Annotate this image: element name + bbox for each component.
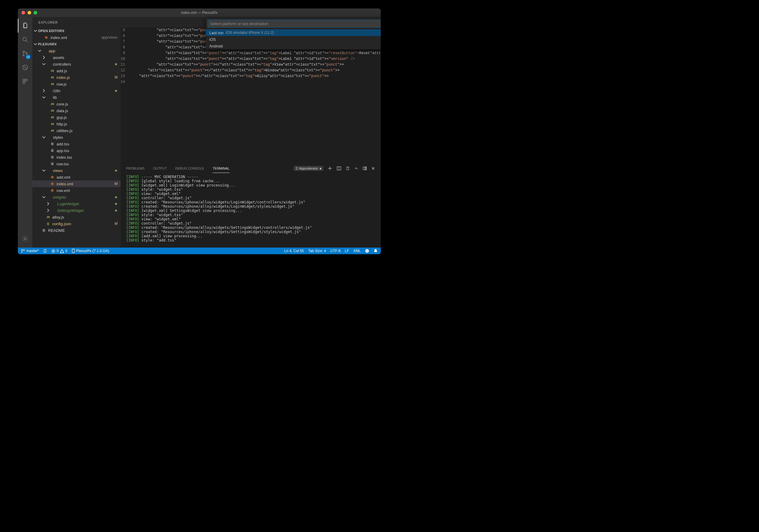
svg-point-3	[26, 53, 27, 54]
split-terminal-button[interactable]	[337, 166, 341, 171]
file-item[interactable]: app.tss	[32, 147, 121, 154]
extensions-activity[interactable]	[18, 74, 32, 88]
file-item[interactable]: row.tss	[32, 161, 121, 167]
feedback-status[interactable]	[365, 249, 369, 253]
scm-activity[interactable]: 14	[18, 47, 32, 60]
file-item[interactable]: README	[32, 227, 121, 234]
folder-item[interactable]: LoginWidget	[32, 200, 121, 207]
error-icon	[52, 249, 55, 253]
sync-status[interactable]	[43, 249, 47, 253]
workbench: 14 EXPLORER OPEN EDITORS	[18, 17, 381, 247]
file-item[interactable]: JSutilities.js	[32, 127, 121, 134]
panel-tab-problems[interactable]: PROBLEMS	[126, 164, 144, 172]
gear-icon	[21, 235, 29, 243]
files-icon	[21, 22, 29, 29]
svg-rect-26	[72, 249, 74, 253]
search-activity[interactable]	[18, 33, 32, 47]
bell-icon	[374, 249, 378, 253]
split-icon	[337, 166, 341, 171]
trash-icon	[346, 166, 350, 171]
file-item[interactable]: JSadd.js	[32, 67, 121, 74]
file-item[interactable]: index.xmlM	[32, 180, 121, 187]
panel-tab-debug-console[interactable]: DEBUG CONSOLE	[175, 164, 204, 172]
svg-rect-5	[23, 79, 25, 81]
panel-tab-terminal[interactable]: TERMINAL	[213, 164, 229, 173]
no-bug-icon	[21, 64, 29, 71]
file-item[interactable]: {}config.jsonM	[32, 220, 121, 227]
quick-pick-list: Last runiOS simulator iPhone X (11.2)iOS…	[206, 29, 381, 49]
panel-tab-output[interactable]: OUTPUT	[153, 164, 167, 172]
folder-item[interactable]: widgets	[32, 194, 121, 200]
editor-actions: Select platform or last destination Last…	[121, 17, 381, 27]
explorer-activity[interactable]	[18, 19, 32, 33]
scm-badge: 14	[26, 55, 30, 59]
file-item[interactable]: JScore.js	[32, 101, 121, 107]
svg-point-28	[366, 250, 367, 251]
editor-group: Select platform or last destination Last…	[121, 17, 381, 247]
panel-tabs: PROBLEMSOUTPUTDEBUG CONSOLETERMINAL 2: A…	[121, 164, 381, 173]
folder-item[interactable]: controllers	[32, 61, 121, 67]
close-icon	[371, 166, 375, 171]
new-terminal-button[interactable]	[328, 166, 332, 171]
problems-status[interactable]: 0 0	[52, 249, 67, 253]
svg-point-8	[24, 238, 26, 240]
bottom-panel: PROBLEMSOUTPUTDEBUG CONSOLETERMINAL 2: A…	[121, 163, 381, 247]
file-item[interactable]: index.tss	[32, 154, 121, 161]
chevron-icon	[34, 29, 37, 33]
folder-item[interactable]: app	[32, 48, 121, 54]
open-editors-header[interactable]: OPEN EDITORS	[32, 27, 121, 34]
folder-item[interactable]: assets	[32, 54, 121, 61]
folder-item[interactable]: lib	[32, 94, 121, 101]
app-status[interactable]: PlexusRx (7.1.0.GA)	[72, 249, 109, 253]
quick-pick-item[interactable]: iOS	[206, 36, 381, 43]
status-bar: master* 0 0 PlexusRx (7.1.0.GA) Ln 4, Co…	[18, 247, 381, 254]
notifications-status[interactable]	[374, 249, 378, 253]
activity-bar: 14	[18, 17, 32, 247]
terminal-output[interactable]: [INFO] ----- MVC GENERATION -----[INFO] …	[121, 173, 381, 247]
debug-activity[interactable]	[18, 60, 32, 74]
cursor-position-status[interactable]: Ln 4, Col 55	[284, 249, 304, 253]
chevron-up-icon	[354, 166, 358, 171]
eol-status[interactable]: LF	[345, 249, 349, 253]
file-item[interactable]: add.tss	[32, 140, 121, 147]
close-panel-button[interactable]	[371, 166, 375, 171]
scroll-up-button[interactable]	[354, 166, 358, 171]
folder-item[interactable]: views	[32, 167, 121, 174]
folder-item[interactable]: i18n	[32, 87, 121, 94]
settings-activity[interactable]	[18, 232, 32, 246]
file-item[interactable]: JSindex.jsM	[32, 74, 121, 81]
extensions-icon	[22, 78, 28, 85]
svg-point-2	[23, 55, 24, 56]
quick-pick-item[interactable]: Android	[206, 43, 381, 49]
quick-pick-item[interactable]: Last runiOS simulator iPhone X (11.2)	[206, 29, 381, 36]
kill-terminal-button[interactable]	[346, 166, 350, 171]
file-item[interactable]: JSdata.js	[32, 107, 121, 114]
file-item[interactable]: row.xml	[32, 187, 121, 194]
folder-item[interactable]: SettingsWidget	[32, 207, 121, 214]
terminal-selector[interactable]: 2: Appcelerator	[294, 166, 323, 171]
file-item[interactable]: JSgcp.js	[32, 114, 121, 121]
file-item[interactable]: add.xml	[32, 174, 121, 180]
plus-icon	[328, 166, 332, 171]
quick-pick-input[interactable]: Select platform or last destination	[208, 19, 381, 27]
git-branch-status[interactable]: master*	[21, 249, 39, 253]
project-header[interactable]: PLEXUSRX	[32, 41, 121, 48]
file-item[interactable]: JShttp.js	[32, 121, 121, 127]
svg-point-0	[23, 37, 26, 41]
tab-size-status[interactable]: Tab Size: 4	[308, 249, 326, 253]
encoding-status[interactable]: UTF-8	[330, 249, 340, 253]
smiley-icon	[365, 249, 369, 253]
file-item[interactable]: JSalloy.js	[32, 214, 121, 220]
file-tree: appassetscontrollersJSadd.jsJSindex.jsMJ…	[32, 48, 121, 234]
search-icon	[21, 36, 29, 43]
sidebar-title: EXPLORER	[32, 17, 121, 27]
svg-rect-21	[365, 167, 367, 170]
svg-point-27	[365, 249, 369, 253]
folder-item[interactable]: styles	[32, 134, 121, 140]
svg-point-22	[21, 249, 22, 250]
language-status[interactable]: XML	[353, 249, 361, 253]
maximize-panel-button[interactable]	[363, 166, 367, 171]
titlebar: index.xml — PlexusRx	[18, 9, 381, 17]
open-editor-item[interactable]: index.xmlapp/views	[32, 34, 121, 41]
file-item[interactable]: JSrow.js	[32, 81, 121, 87]
